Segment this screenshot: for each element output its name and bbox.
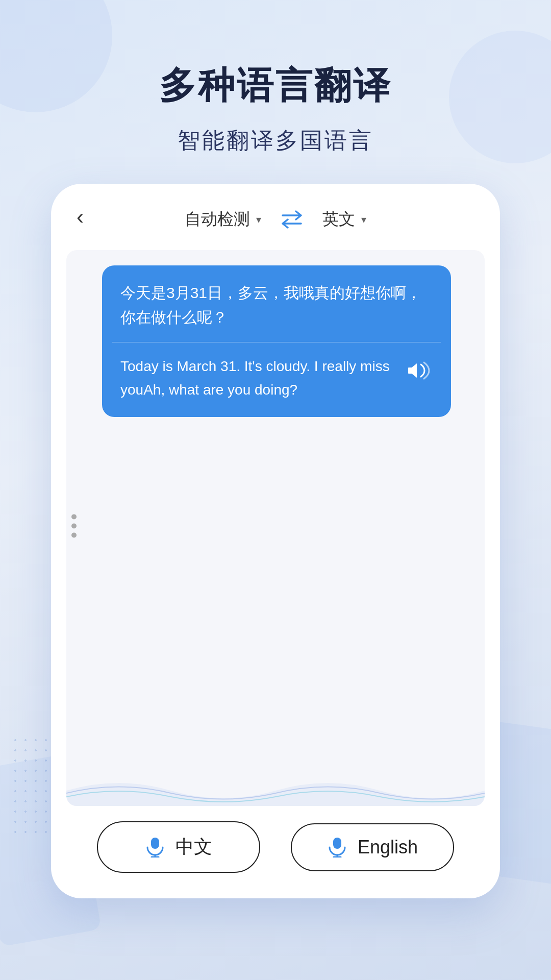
wave-decoration [66, 765, 485, 806]
translated-text: Today is March 31. It's cloudy. I really… [120, 355, 397, 402]
english-mic-icon [327, 837, 347, 857]
target-lang-label: 英文 [322, 208, 355, 231]
message-bubble: 今天是3月31日，多云，我哦真的好想你啊，你在做什么呢？ Today is Ma… [102, 265, 451, 417]
sub-title: 智能翻译多国语言 [0, 126, 551, 156]
english-voice-button[interactable]: English [291, 823, 454, 871]
translator-header: ‹ 自动检测 ▾ 英文 ▾ [51, 184, 500, 250]
svg-rect-0 [151, 838, 159, 849]
svg-rect-3 [333, 838, 341, 849]
swap-button[interactable] [277, 204, 307, 235]
original-text: 今天是3月31日，多云，我哦真的好想你啊，你在做什么呢？ [102, 265, 451, 342]
back-button[interactable]: ‹ [71, 200, 89, 234]
source-lang-dropdown-arrow: ▾ [256, 213, 261, 226]
chinese-voice-button[interactable]: 中文 [97, 821, 260, 873]
target-lang-dropdown-arrow: ▾ [361, 213, 366, 226]
chinese-button-label: 中文 [176, 835, 212, 860]
bottom-buttons: 中文 English [51, 806, 500, 898]
chat-area: 今天是3月31日，多云，我哦真的好想你啊，你在做什么呢？ Today is Ma… [66, 250, 485, 806]
chinese-mic-icon [145, 837, 165, 857]
speaker-button[interactable] [405, 357, 433, 384]
target-lang-selector[interactable]: 英文 ▾ [322, 208, 366, 231]
dot-2 [71, 523, 77, 528]
dot-1 [71, 514, 77, 519]
dot-3 [71, 532, 77, 537]
translated-section: Today is March 31. It's cloudy. I really… [102, 342, 451, 417]
source-lang-label: 自动检测 [185, 208, 250, 231]
phone-mockup: ‹ 自动检测 ▾ 英文 ▾ 今天是3月31日，多云，我哦真的好想你啊，你在做什么… [51, 184, 500, 898]
three-dots-menu[interactable] [71, 514, 77, 537]
english-button-label: English [358, 837, 418, 858]
main-title: 多种语言翻译 [0, 61, 551, 110]
source-lang-selector[interactable]: 自动检测 ▾ [185, 208, 261, 231]
page-header: 多种语言翻译 智能翻译多国语言 [0, 0, 551, 156]
